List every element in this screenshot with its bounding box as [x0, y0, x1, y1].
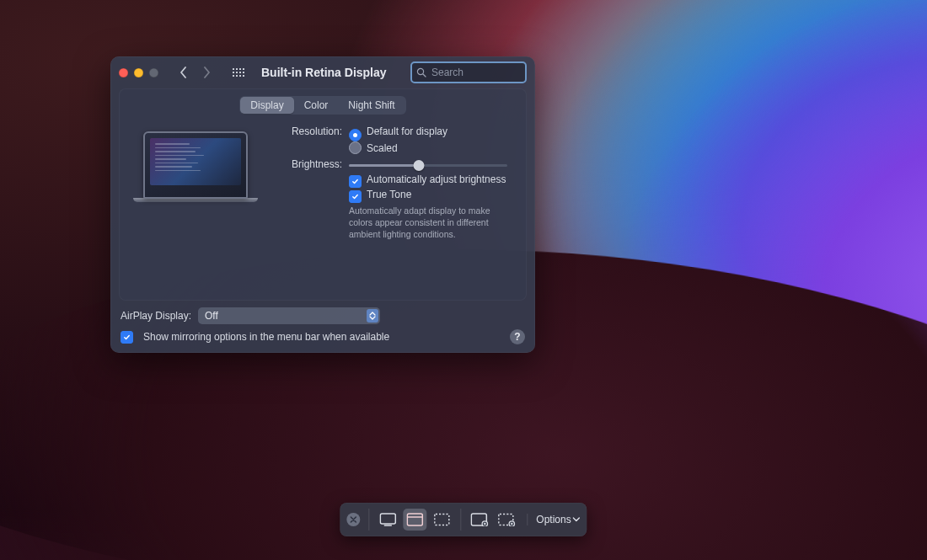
grid-icon — [233, 68, 244, 77]
chevron-left-icon — [180, 67, 187, 78]
mirroring-options-label: Show mirroring options in the menu bar w… — [143, 331, 389, 343]
back-button[interactable] — [174, 63, 192, 82]
search-icon — [416, 67, 426, 77]
record-selection-icon — [497, 513, 516, 526]
svg-rect-2 — [380, 514, 395, 524]
selection-icon — [433, 513, 450, 526]
svg-rect-6 — [435, 515, 449, 525]
displays-preferences-window: Built-in Retina Display Display Color Ni… — [110, 56, 535, 353]
svg-rect-4 — [407, 514, 422, 525]
tab-bar: Display Color Night Shift — [239, 96, 405, 115]
check-icon — [123, 333, 131, 341]
svg-point-12 — [511, 523, 512, 525]
screenshot-toolbar: Options — [340, 503, 587, 536]
close-icon — [350, 516, 356, 523]
search-field[interactable] — [410, 61, 527, 83]
resolution-scaled-radio[interactable] — [349, 141, 362, 154]
true-tone-checkbox[interactable] — [349, 190, 362, 203]
screen-icon — [379, 513, 396, 526]
window-titlebar: Built-in Retina Display — [110, 56, 535, 88]
record-selected-portion-button[interactable] — [495, 509, 518, 531]
laptop-icon — [143, 131, 248, 199]
window-close-button[interactable] — [119, 68, 128, 77]
brightness-slider[interactable] — [349, 159, 507, 171]
true-tone-description: Automatically adapt display to make colo… — [349, 205, 509, 241]
true-tone-label: True Tone — [367, 189, 411, 200]
select-stepper-icon — [367, 309, 378, 323]
svg-point-9 — [484, 523, 485, 525]
capture-entire-screen-button[interactable] — [376, 509, 399, 531]
brightness-label: Brightness: — [278, 157, 349, 170]
search-input[interactable] — [430, 66, 521, 79]
window-zoom-button[interactable] — [149, 68, 158, 77]
resolution-default-label: Default for display — [367, 125, 447, 137]
chevron-right-icon — [203, 67, 211, 78]
tab-color[interactable]: Color — [294, 97, 339, 114]
airplay-select[interactable]: Off — [198, 307, 380, 324]
resolution-scaled-label: Scaled — [367, 142, 398, 154]
svg-line-1 — [423, 74, 426, 77]
airplay-value: Off — [205, 310, 218, 322]
window-icon — [406, 513, 423, 526]
record-entire-screen-button[interactable] — [468, 509, 491, 531]
capture-selected-window-button[interactable] — [403, 509, 426, 531]
screenshot-cancel-button[interactable] — [346, 513, 360, 526]
auto-brightness-label: Automatically adjust brightness — [367, 173, 506, 185]
display-tab-content: Display Color Night Shift — [119, 88, 527, 301]
screenshot-options-button[interactable]: Options — [527, 514, 580, 525]
airplay-label: AirPlay Display: — [121, 310, 191, 322]
traffic-lights — [119, 68, 158, 77]
resolution-default-radio[interactable] — [349, 129, 362, 141]
auto-brightness-checkbox[interactable] — [349, 175, 362, 188]
screenshot-options-label: Options — [536, 514, 571, 525]
show-all-button[interactable] — [229, 63, 248, 82]
record-screen-icon — [470, 513, 489, 526]
check-icon — [351, 178, 359, 185]
tab-display[interactable]: Display — [240, 97, 293, 114]
check-icon — [351, 193, 359, 200]
help-button[interactable]: ? — [510, 329, 525, 344]
display-preview — [137, 131, 255, 243]
mirroring-options-checkbox[interactable] — [121, 331, 133, 344]
tab-night-shift[interactable]: Night Shift — [338, 97, 405, 114]
resolution-label: Resolution: — [278, 125, 349, 137]
window-minimize-button[interactable] — [134, 68, 143, 77]
window-title: Built-in Retina Display — [261, 66, 387, 79]
capture-selected-portion-button[interactable] — [430, 509, 453, 531]
chevron-down-icon — [573, 517, 581, 522]
forward-button[interactable] — [197, 63, 216, 82]
svg-point-0 — [417, 68, 423, 74]
